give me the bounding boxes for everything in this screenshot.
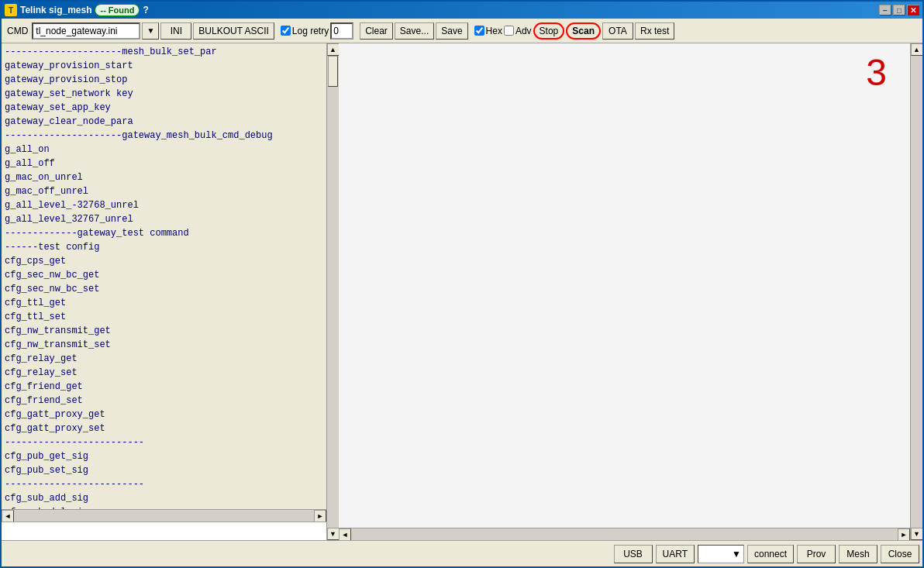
right-scroll-down-button[interactable]: ▼ (911, 528, 923, 540)
list-item[interactable]: g_all_level_-32768_unrel (5, 198, 323, 212)
maximize-button[interactable]: □ (893, 5, 905, 15)
list-item[interactable]: g_all_level_32767_unrel (5, 212, 323, 226)
left-vertical-scrollbar[interactable]: ▲ ▼ (326, 43, 339, 540)
title-controls: − □ ✕ (879, 5, 919, 15)
right-horizontal-scrollbar[interactable]: ◄ ► (339, 528, 910, 540)
toolbar: CMD ▼ INI BULKOUT ASCII Log retry Clear … (2, 19, 922, 43)
ota-button[interactable]: OTA (602, 22, 633, 40)
list-item[interactable]: g_mac_off_unrel (5, 184, 323, 198)
h-scroll-right-button[interactable]: ► (314, 510, 326, 522)
list-item[interactable]: cfg_nw_transmit_set (5, 338, 323, 352)
main-content: ---------------------mesh_bulk_set_parga… (2, 43, 922, 540)
close-button[interactable]: Close (881, 545, 919, 563)
mesh-button[interactable]: Mesh (839, 545, 877, 563)
list-item[interactable]: cfg_friend_set (5, 394, 323, 408)
list-item[interactable]: ---------------------mesh_bulk_set_par (5, 45, 323, 59)
list-item[interactable]: cfg_ttl_set (5, 310, 323, 324)
app-icon: T (5, 4, 17, 16)
list-item[interactable]: gateway_set_network key (5, 87, 323, 101)
list-item[interactable]: cfg_gatt_proxy_get (5, 408, 323, 422)
bottom-bar: USB UART ▼ connect Prov Mesh Close (2, 540, 922, 566)
command-list[interactable]: ---------------------mesh_bulk_set_parga… (2, 43, 326, 509)
found-badge: -- Found (95, 4, 140, 16)
list-item[interactable]: cfg_sec_nw_bc_set (5, 282, 323, 296)
horizontal-scrollbar[interactable]: ◄ ► (2, 509, 326, 522)
cmd-label: CMD (5, 26, 30, 36)
list-item[interactable]: -------------gateway_test command (5, 226, 323, 240)
list-item[interactable]: gateway_set_app_key (5, 101, 323, 115)
title-text: Telink sig_mesh (20, 5, 91, 15)
list-item[interactable]: cfg_cps_get (5, 254, 323, 268)
list-item[interactable]: cfg_ttl_get (5, 296, 323, 310)
save-dots-button[interactable]: Save... (395, 22, 434, 40)
list-item[interactable]: g_mac_on_unrel (5, 170, 323, 184)
title-bar: T Telink sig_mesh -- Found ? − □ ✕ (2, 2, 922, 19)
list-item[interactable]: gateway_clear_node_para (5, 115, 323, 129)
command-entry-input[interactable] (2, 522, 326, 540)
list-item[interactable]: ---------------------gateway_mesh_bulk_c… (5, 129, 323, 143)
h-scroll-track[interactable] (14, 510, 314, 522)
list-item[interactable]: cfg_nw_transmit_get (5, 324, 323, 338)
list-item[interactable]: cfg_sec_nw_bc_get (5, 268, 323, 282)
save-button[interactable]: Save (436, 22, 467, 40)
right-scroll-up-button[interactable]: ▲ (911, 43, 923, 56)
hex-group: Hex (474, 26, 502, 36)
list-item[interactable]: ------------------------- (5, 477, 323, 491)
adv-group: Adv (504, 26, 532, 36)
left-panel-wrapper: ---------------------mesh_bulk_set_parga… (2, 43, 339, 540)
left-list-area: ---------------------mesh_bulk_set_parga… (2, 43, 326, 540)
minimize-button[interactable]: − (879, 5, 891, 15)
hex-checkbox[interactable] (474, 26, 484, 36)
list-item[interactable]: cfg_friend_get (5, 380, 323, 394)
list-item[interactable]: ------------------------- (5, 435, 323, 449)
list-item[interactable]: g_all_off (5, 157, 323, 170)
prov-button[interactable]: Prov (797, 545, 836, 563)
bulkout-button[interactable]: BULKOUT ASCII (193, 22, 274, 40)
adv-checkbox[interactable] (504, 26, 514, 36)
uart-dropdown[interactable]: ▼ (698, 545, 744, 563)
ini-button[interactable]: INI (160, 22, 191, 40)
list-item[interactable]: cfg_relay_set (5, 366, 323, 380)
log-checkbox[interactable] (281, 26, 291, 36)
list-item[interactable]: gateway_provision_start (5, 59, 323, 73)
list-item[interactable]: ------test config (5, 240, 323, 254)
right-h-scroll-right-button[interactable]: ► (898, 528, 910, 541)
list-item[interactable]: gateway_provision_stop (5, 73, 323, 87)
list-item[interactable]: cfg_gatt_proxy_set (5, 422, 323, 435)
list-item[interactable]: cfg_pub_set_sig (5, 463, 323, 477)
connect-button[interactable]: connect (747, 545, 794, 563)
stop-button[interactable]: Stop (533, 22, 565, 40)
help-icon: ? (143, 5, 148, 15)
right-panel-wrapper: 3 ◄ ► ▲ ▼ (339, 43, 922, 540)
right-content: 3 (339, 43, 910, 528)
right-scroll-track[interactable] (911, 56, 922, 528)
cmd-dropdown-button[interactable]: ▼ (142, 22, 159, 40)
uart-button[interactable]: UART (656, 545, 695, 563)
adv-label: Adv (515, 26, 532, 36)
cmd-input-bar (2, 522, 326, 540)
usb-button[interactable]: USB (614, 545, 653, 563)
list-item[interactable]: cfg_sub_add_sig (5, 491, 323, 505)
cmd-input[interactable] (32, 22, 140, 40)
scroll-track[interactable] (327, 56, 339, 528)
list-item[interactable]: g_all_on (5, 143, 323, 157)
list-item[interactable]: cfg_relay_get (5, 352, 323, 366)
clear-button[interactable]: Clear (360, 22, 393, 40)
close-window-button[interactable]: ✕ (907, 5, 919, 15)
scroll-down-button[interactable]: ▼ (327, 528, 340, 540)
right-h-scroll-left-button[interactable]: ◄ (339, 528, 351, 541)
scroll-up-button[interactable]: ▲ (327, 43, 340, 56)
log-label: Log retry (292, 26, 329, 36)
log-value-input[interactable] (330, 22, 353, 40)
right-vertical-scrollbar[interactable]: ▲ ▼ (910, 43, 922, 540)
list-item[interactable]: cfg_pub_get_sig (5, 449, 323, 463)
h-scroll-left-button[interactable]: ◄ (2, 510, 14, 522)
uart-dropdown-arrow: ▼ (732, 549, 741, 559)
scroll-thumb[interactable] (328, 56, 338, 87)
right-h-scroll-track[interactable] (351, 528, 898, 540)
main-window: T Telink sig_mesh -- Found ? − □ ✕ CMD ▼… (0, 0, 924, 568)
log-retry-group: Log retry (281, 26, 329, 36)
scan-button[interactable]: Scan (566, 22, 601, 40)
rx-test-button[interactable]: Rx test (635, 22, 674, 40)
hex-label: Hex (486, 26, 502, 36)
